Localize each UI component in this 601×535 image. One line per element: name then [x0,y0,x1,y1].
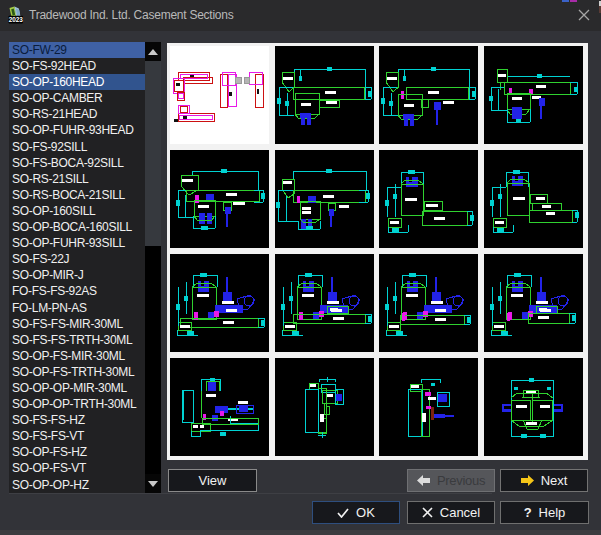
svg-text:2023: 2023 [9,16,24,23]
